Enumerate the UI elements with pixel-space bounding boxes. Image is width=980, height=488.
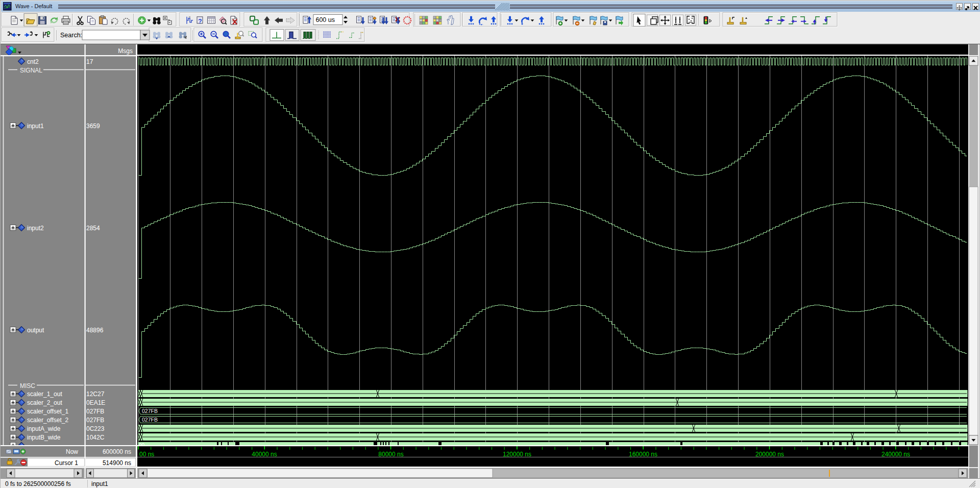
svg-text:600 us: 600 us — [315, 16, 335, 23]
svg-text:Now: Now — [66, 448, 78, 455]
svg-text:48896: 48896 — [86, 327, 104, 334]
svg-text:Search:: Search: — [60, 32, 82, 39]
svg-text:scaler_1_out: scaler_1_out — [27, 391, 62, 398]
svg-text:MISC: MISC — [20, 382, 35, 389]
svg-text:input1: input1 — [27, 123, 44, 130]
svg-text:SIGNAL: SIGNAL — [20, 67, 42, 74]
svg-text:input1: input1 — [91, 480, 108, 487]
svg-text:027FB: 027FB — [86, 408, 104, 415]
svg-text:027FB: 027FB — [142, 408, 158, 414]
svg-text:0 fs to 262500000256 fs: 0 fs to 262500000256 fs — [5, 480, 71, 487]
svg-text:input2: input2 — [27, 225, 44, 232]
svg-text:514900 ns: 514900 ns — [103, 459, 131, 467]
svg-text:2854: 2854 — [86, 225, 100, 232]
svg-text:600000 ns: 600000 ns — [103, 448, 131, 455]
svg-text:scaler_offset_1: scaler_offset_1 — [27, 408, 68, 415]
svg-text:scaler_2_out: scaler_2_out — [27, 399, 62, 406]
svg-text:12C27: 12C27 — [86, 391, 105, 398]
svg-text:0EA1E: 0EA1E — [86, 399, 105, 406]
svg-text:3659: 3659 — [86, 123, 100, 130]
svg-text:027FB: 027FB — [142, 417, 158, 423]
svg-text:output: output — [27, 327, 44, 334]
svg-text:Msgs: Msgs — [118, 47, 133, 55]
svg-text:scaler_offset_2: scaler_offset_2 — [27, 417, 68, 424]
svg-text:?: ? — [198, 18, 202, 25]
svg-text:0C223: 0C223 — [86, 425, 105, 432]
svg-text:Cursor 1: Cursor 1 — [55, 459, 78, 467]
svg-text:027FB: 027FB — [86, 417, 104, 424]
svg-text:inputA_wide: inputA_wide — [27, 425, 61, 432]
svg-text:cnt2: cnt2 — [27, 58, 39, 65]
svg-text:inputB_wide: inputB_wide — [27, 434, 61, 441]
svg-text:17: 17 — [86, 58, 93, 65]
svg-text:1042C: 1042C — [86, 434, 105, 441]
